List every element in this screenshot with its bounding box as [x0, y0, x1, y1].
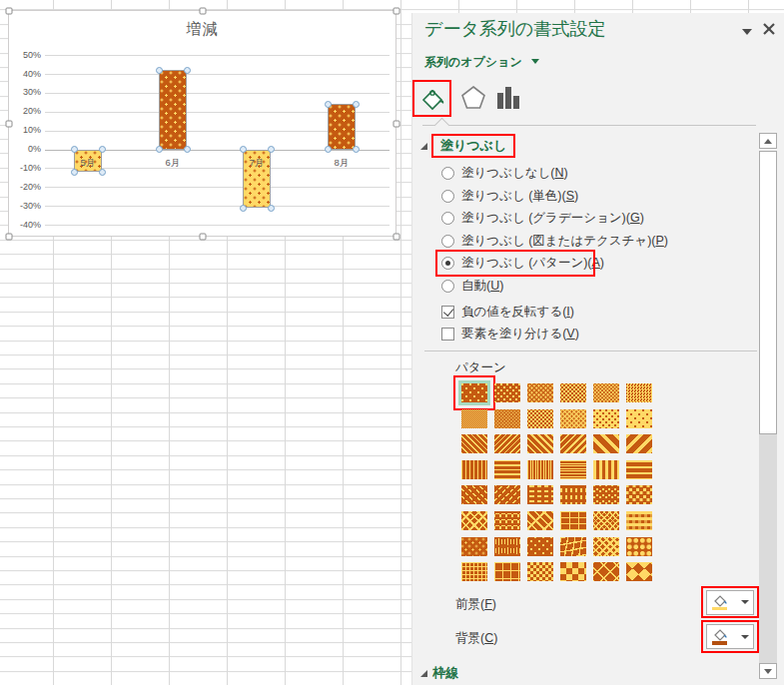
- category-label[interactable]: 5月: [72, 157, 104, 170]
- border-section-header[interactable]: 枠線: [432, 664, 458, 682]
- series-point-handle[interactable]: [71, 146, 78, 153]
- chevron-down-icon[interactable]: [741, 635, 749, 639]
- pattern-swatch-pct25[interactable]: [560, 383, 586, 402]
- series-point-handle[interactable]: [268, 205, 275, 212]
- series-point-handle[interactable]: [325, 101, 332, 108]
- chart-resize-handle[interactable]: [200, 8, 207, 15]
- pattern-swatch-narrow-vert[interactable]: [527, 460, 553, 479]
- pattern-swatch-trellis[interactable]: [593, 537, 619, 556]
- category-label[interactable]: 7月: [241, 157, 273, 170]
- pattern-swatch-pct40[interactable]: [626, 383, 652, 402]
- series-options-dropdown[interactable]: 系列のオプション: [424, 54, 539, 71]
- chart-resize-handle[interactable]: [393, 121, 400, 128]
- foreground-color-button[interactable]: [706, 590, 754, 615]
- chart-resize-handle[interactable]: [6, 121, 13, 128]
- pattern-swatch-lt-down-diag[interactable]: [461, 434, 487, 453]
- pattern-swatch-plaid[interactable]: [626, 511, 652, 530]
- pattern-swatch-narrow-horz[interactable]: [560, 460, 586, 479]
- series-point-handle[interactable]: [71, 169, 78, 176]
- close-icon[interactable]: [762, 22, 776, 36]
- pattern-swatch-horz-brick[interactable]: [560, 511, 586, 530]
- series-point-handle[interactable]: [325, 146, 332, 153]
- fill-section-header[interactable]: 塗りつぶし: [431, 134, 515, 158]
- pattern-swatch-sphere[interactable]: [626, 537, 652, 556]
- collapse-triangle-icon[interactable]: [420, 670, 427, 677]
- radio-picture-texture-fill[interactable]: 塗りつぶし (図またはテクスチャ)(P): [441, 231, 668, 251]
- pattern-swatch-pct80[interactable]: [593, 409, 619, 428]
- radio-no-fill[interactable]: 塗りつぶしなし(N): [441, 163, 568, 183]
- pattern-swatch-pct90[interactable]: [626, 409, 652, 428]
- radio-gradient-fill[interactable]: 塗りつぶし (グラデーション)(G): [441, 208, 644, 228]
- radio-icon[interactable]: [441, 167, 454, 180]
- chart-resize-handle[interactable]: [200, 234, 207, 241]
- pattern-swatch-wave[interactable]: [494, 511, 520, 530]
- radio-solid-fill[interactable]: 塗りつぶし (単色)(S): [441, 186, 578, 206]
- radio-automatic-fill[interactable]: 自動(U): [441, 276, 503, 296]
- scrollbar-down-button[interactable]: [759, 663, 777, 679]
- pattern-swatch-pct20[interactable]: [527, 383, 553, 402]
- pattern-swatch-dash-horz[interactable]: [527, 485, 553, 504]
- chart-resize-handle[interactable]: [393, 234, 400, 241]
- series-point-handle[interactable]: [99, 146, 106, 153]
- pattern-swatch-dotted-diamond[interactable]: [527, 537, 553, 556]
- pattern-swatch-pct50[interactable]: [461, 409, 487, 428]
- pentagon-icon[interactable]: [459, 83, 487, 113]
- pattern-swatch-shingle[interactable]: [560, 537, 586, 556]
- background-color-button[interactable]: [706, 624, 754, 649]
- chart-resize-handle[interactable]: [6, 8, 13, 15]
- pattern-swatch-sm-grid[interactable]: [461, 562, 487, 581]
- pattern-swatch-diag-brick[interactable]: [527, 511, 553, 530]
- pattern-swatch-lg-grid[interactable]: [494, 562, 520, 581]
- pattern-swatch-dk-down-diag[interactable]: [527, 434, 553, 453]
- checkbox-icon[interactable]: [441, 328, 454, 341]
- pattern-swatch-divot[interactable]: [461, 537, 487, 556]
- pattern-swatch-pct30[interactable]: [593, 383, 619, 402]
- pattern-swatch-dash-vert[interactable]: [560, 485, 586, 504]
- category-label[interactable]: 6月: [157, 157, 189, 170]
- series-point-handle[interactable]: [240, 205, 247, 212]
- chart-resize-handle[interactable]: [6, 234, 13, 241]
- scrollbar-thumb[interactable]: [759, 151, 777, 434]
- pattern-swatch-lt-up-diag[interactable]: [494, 434, 520, 453]
- data-bar-8月[interactable]: [328, 104, 356, 149]
- pattern-swatch-weave[interactable]: [593, 511, 619, 530]
- radio-icon[interactable]: [441, 235, 454, 248]
- series-point-handle[interactable]: [156, 67, 163, 74]
- series-point-handle[interactable]: [99, 169, 106, 176]
- pattern-swatch-pct60[interactable]: [494, 409, 520, 428]
- radio-icon[interactable]: [441, 280, 454, 293]
- pattern-swatch-pct5[interactable]: [461, 383, 487, 402]
- pattern-swatch-wide-up-diag[interactable]: [626, 434, 652, 453]
- pattern-swatch-dash-down-diag[interactable]: [461, 485, 487, 504]
- pattern-swatch-dk-vert[interactable]: [593, 460, 619, 479]
- pattern-swatch-dash-up-diag[interactable]: [494, 485, 520, 504]
- series-point-handle[interactable]: [156, 146, 163, 153]
- pattern-swatch-pct75[interactable]: [560, 409, 586, 428]
- pattern-swatch-wide-down-diag[interactable]: [593, 434, 619, 453]
- pattern-swatch-pct70[interactable]: [527, 409, 553, 428]
- chart-resize-handle[interactable]: [393, 8, 400, 15]
- pattern-swatch-dotted-grid[interactable]: [494, 537, 520, 556]
- pane-options-chevron-icon[interactable]: [742, 29, 752, 35]
- pattern-swatch-solid-diamond[interactable]: [626, 562, 652, 581]
- pattern-swatch-lt-horz[interactable]: [494, 460, 520, 479]
- checkbox-vary-colors-by-point[interactable]: 要素を塗り分ける(V): [441, 324, 579, 343]
- pattern-swatch-dk-horz[interactable]: [626, 460, 652, 479]
- pattern-swatch-sm-confetti[interactable]: [593, 485, 619, 504]
- chart-title[interactable]: 増減: [9, 20, 395, 39]
- series-point-handle[interactable]: [240, 146, 247, 153]
- checkbox-invert-if-negative[interactable]: 負の値を反転する(I): [441, 302, 574, 322]
- paint-bucket-icon[interactable]: [418, 85, 446, 113]
- pattern-swatch-outline-diamond[interactable]: [593, 562, 619, 581]
- data-bar-6月[interactable]: [159, 70, 187, 149]
- series-point-handle[interactable]: [268, 146, 275, 153]
- scrollbar-up-button[interactable]: [759, 133, 777, 149]
- series-point-handle[interactable]: [184, 67, 191, 74]
- scrollbar-track[interactable]: [759, 434, 777, 663]
- pattern-swatch-zigzag[interactable]: [461, 511, 487, 530]
- chart-object[interactable]: 50%40%30%20%10%0%-10%-20%-30%-40%5月6月7月8…: [8, 10, 396, 237]
- checkbox-checked-icon[interactable]: [441, 306, 454, 319]
- series-point-handle[interactable]: [353, 146, 360, 153]
- pattern-swatch-pct10[interactable]: [494, 383, 520, 402]
- pattern-swatch-sm-check[interactable]: [527, 562, 553, 581]
